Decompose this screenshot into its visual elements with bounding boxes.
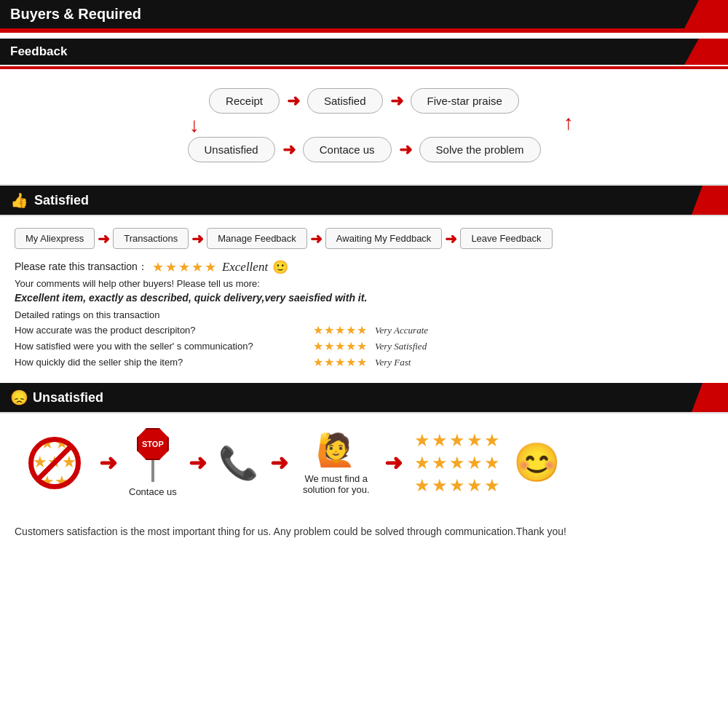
bottom-text: Customers satisfaction is the most impor… bbox=[0, 512, 728, 551]
arrow-unsat-contact: ➜ bbox=[282, 141, 296, 159]
rating-label: Please rate this transaction： bbox=[15, 261, 148, 274]
flow-row-bottom: Unsatisfied ➜ Contace us ➜ Solve the pro… bbox=[188, 137, 541, 162]
nav-step-awaiting: Awaiting My Feddback bbox=[325, 228, 443, 249]
arrow-receipt-satisfied: ➜ bbox=[287, 92, 300, 111]
feedback-header-title: Feedback bbox=[10, 44, 67, 59]
unsat-arrow-4: ➜ bbox=[384, 450, 403, 475]
no-star-container: ★★★★★★★ bbox=[22, 430, 87, 496]
rating-stars-2: ★★★★★ bbox=[313, 355, 368, 369]
excellent-text: Excellent bbox=[222, 260, 268, 274]
satisfied-section-header: 👍 Satisfied bbox=[0, 186, 728, 215]
rating-desc-1: Very Satisfied bbox=[375, 341, 427, 352]
rating-line: Please rate this transaction： ★★★★★ Exce… bbox=[15, 259, 713, 275]
main-header: Feedback Buyers & Required bbox=[0, 0, 728, 28]
flow-fivestar: Five-star praise bbox=[411, 88, 519, 114]
rating-stars-1: ★★★★★ bbox=[313, 339, 368, 353]
nav-step-manage-feedback: Manage Feedback bbox=[207, 228, 307, 249]
unsat-solution-label: We must find a solution for you. bbox=[300, 473, 373, 495]
thumbs-up-icon: 👍 bbox=[10, 191, 28, 209]
comment-prompt: Your comments will help other buyers! Pl… bbox=[15, 278, 713, 289]
nav-arrow-4: ➜ bbox=[445, 230, 457, 248]
flow-diagram: Receipt ➜ Satisfied ➜ Five-star praise ↓… bbox=[0, 81, 728, 170]
stars-grid: ★★★★★★★★★★★★★★★ bbox=[414, 429, 502, 497]
rating-question-1: How satisfied were you with the seller' … bbox=[15, 341, 306, 352]
unsat-item-stop: STOP Contace us bbox=[129, 428, 177, 497]
unsat-item-nostar: ★★★★★★★ bbox=[22, 430, 87, 496]
comment-text: Excellent item, exactly as described, qu… bbox=[15, 292, 713, 304]
nav-steps: My Aliexpress ➜ Transactions ➜ Manage Fe… bbox=[0, 216, 728, 256]
nav-arrow-1: ➜ bbox=[98, 230, 110, 248]
arrow-up-icon: ↓ bbox=[563, 115, 574, 135]
nav-step-leave-feedback: Leave Feedback bbox=[460, 228, 552, 249]
unsatisfied-section-header: 😞 Unsatisfied bbox=[0, 383, 728, 412]
buyers-required-title: Buyers & Required bbox=[10, 6, 141, 23]
flow-satisfied: Satisfied bbox=[307, 88, 383, 114]
unsat-arrow-2: ➜ bbox=[189, 450, 207, 475]
rating-row-2: How quickly did the seller ship the item… bbox=[15, 355, 713, 369]
unsatisfied-flow: ★★★★★★★ ➜ STOP Contace us ➜ 📞 ➜ 🙋 We mus… bbox=[0, 414, 728, 512]
arrow-contact-solve: ➜ bbox=[399, 141, 412, 159]
detailed-ratings-label: Detailed ratings on this transaction bbox=[15, 309, 713, 320]
unsat-contact-label: Contace us bbox=[129, 486, 177, 497]
rating-row-1: How satisfied were you with the seller' … bbox=[15, 339, 713, 353]
unsat-item-stars-grid: ★★★★★★★★★★★★★★★ bbox=[414, 429, 502, 497]
rating-row-0: How accurate was the product descripiton… bbox=[15, 323, 713, 337]
rating-desc-2: Very Fast bbox=[375, 357, 411, 368]
rating-stars: ★★★★★ bbox=[152, 259, 218, 275]
flow-unsatisfied: Unsatisfied bbox=[188, 137, 275, 162]
flow-row-top: Receipt ➜ Satisfied ➜ Five-star praise bbox=[209, 88, 519, 114]
stop-pole-bar bbox=[151, 460, 154, 482]
nav-step-transactions: Transactions bbox=[113, 228, 189, 249]
flow-solve: Solve the problem bbox=[419, 137, 541, 162]
bottom-text-content: Customers satisfaction is the most impor… bbox=[15, 526, 566, 537]
satisfied-header-title: Satisfied bbox=[34, 193, 89, 208]
nav-arrow-2: ➜ bbox=[191, 230, 204, 248]
red-bar-top bbox=[0, 28, 728, 33]
stop-sign: STOP bbox=[137, 428, 169, 460]
smiley-big-icon: 😊 bbox=[513, 440, 561, 485]
unsat-item-smiley: 😊 bbox=[513, 440, 561, 485]
stop-pole: STOP bbox=[137, 428, 169, 482]
unsatisfied-header-title: Unsatisfied bbox=[33, 390, 103, 405]
feedback-flow-section: Receipt ➜ Satisfied ➜ Five-star praise ↓… bbox=[0, 69, 728, 186]
unsat-item-question: 🙋 We must find a solution for you. bbox=[300, 431, 373, 495]
unsat-arrow-1: ➜ bbox=[99, 450, 117, 475]
arrow-satisfied-fivestar: ➜ bbox=[390, 92, 403, 111]
phone-at-icon: 📞 bbox=[218, 444, 258, 482]
rating-desc-0: Very Accurate bbox=[375, 325, 428, 336]
unsat-arrow-3: ➜ bbox=[270, 450, 288, 475]
nav-step-myaliexpress: My Aliexpress bbox=[15, 228, 95, 249]
unsat-item-phone: 📞 bbox=[218, 444, 258, 482]
smiley-icon: 🙂 bbox=[272, 259, 288, 275]
nav-arrow-3: ➜ bbox=[310, 230, 323, 248]
flow-contact: Contace us bbox=[303, 137, 392, 162]
rating-stars-0: ★★★★★ bbox=[313, 323, 368, 337]
question-person-icon: 🙋 bbox=[316, 431, 356, 469]
flow-receipt: Receipt bbox=[209, 88, 280, 114]
rating-question-2: How quickly did the seller ship the item… bbox=[15, 357, 306, 368]
rating-section: Please rate this transaction： ★★★★★ Exce… bbox=[0, 256, 728, 383]
rating-question-0: How accurate was the product descripiton… bbox=[15, 325, 306, 336]
arrow-down-container: ↓ ↓ bbox=[146, 115, 582, 135]
arrow-down-icon: ↓ bbox=[189, 115, 199, 135]
sad-face-icon: 😞 bbox=[10, 389, 28, 406]
feedback-section-header: Feedback bbox=[0, 39, 728, 65]
